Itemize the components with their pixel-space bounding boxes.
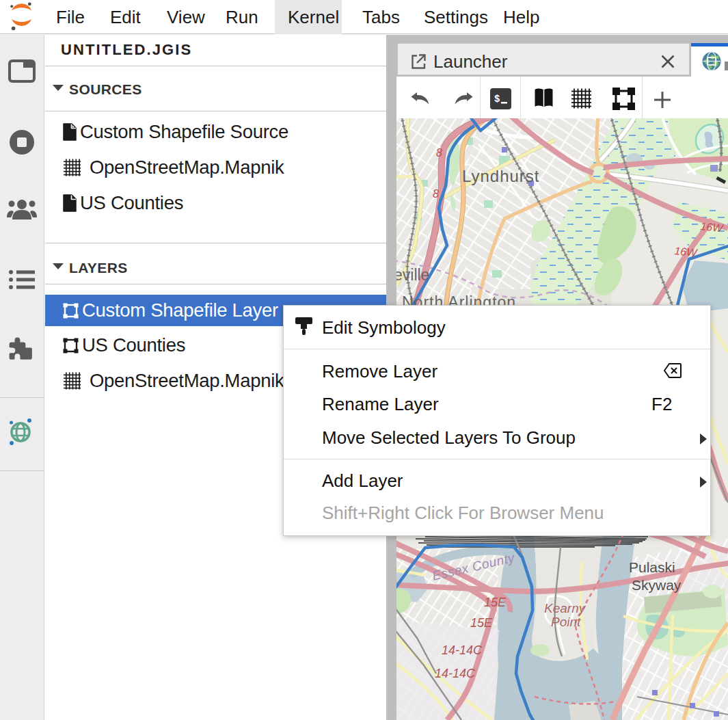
svg-text:$: $ xyxy=(494,94,500,105)
svg-text:8: 8 xyxy=(436,147,442,159)
svg-text:Pulaski: Pulaski xyxy=(629,559,675,575)
svg-text:Point: Point xyxy=(551,615,581,629)
svg-text:Skyway: Skyway xyxy=(632,577,682,593)
svg-text:16W: 16W xyxy=(674,245,699,259)
svg-text:eville: eville xyxy=(396,266,429,284)
svg-text:Lyndhurst: Lyndhurst xyxy=(462,167,540,185)
svg-text:8: 8 xyxy=(433,188,439,200)
svg-text:14-14C: 14-14C xyxy=(435,667,476,680)
svg-text:15E: 15E xyxy=(470,616,493,630)
svg-text:14-14C: 14-14C xyxy=(442,643,483,657)
svg-text:15E: 15E xyxy=(484,596,507,609)
svg-text:Kearny: Kearny xyxy=(544,601,587,615)
svg-text:16W: 16W xyxy=(700,220,725,235)
